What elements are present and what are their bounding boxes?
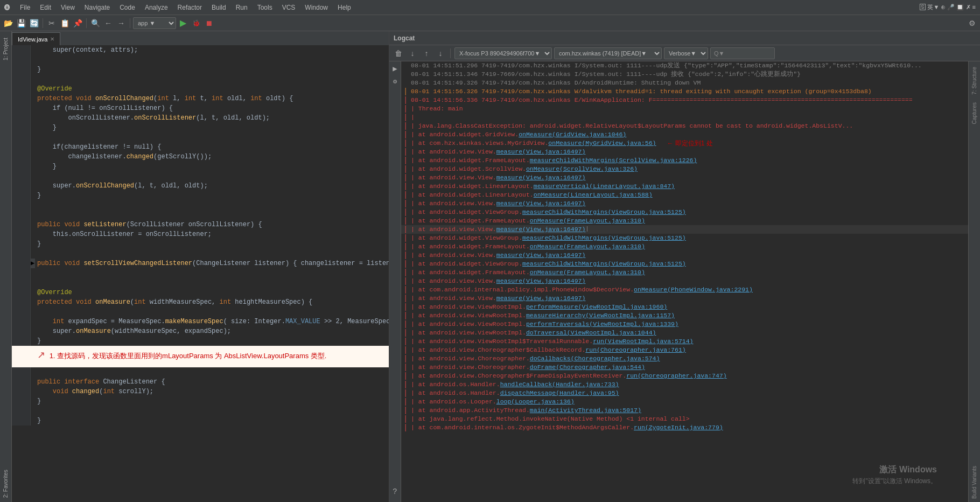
process-select[interactable]: com.hzx.winkas (7419) [DEAD]▼ [554,47,662,59]
log-text: 08-01 14:51:56.326 7419-7419/com.hzx.win… [411,87,872,96]
menu-navigate[interactable]: Navigate [80,2,114,13]
log-line: | | Thread: main [401,104,968,113]
log-link[interactable]: performTraversals(ViewRootImpl.java:1339… [526,320,678,329]
menu-code[interactable]: Code [115,2,139,13]
code-line [12,249,389,259]
log-link[interactable]: measure(View.java:16497) [496,294,586,303]
toolbar-forward-btn[interactable]: → [115,17,127,29]
log-link[interactable]: measureHierarchy(ViewRootImpl.java:1157) [526,311,675,320]
device-select[interactable]: X-focus P3 8904294906f700▼ [454,47,552,59]
log-line: | | at android.app.ActivityThread.main(A… [401,406,968,415]
toolbar-search-btn[interactable]: 🔍 [89,17,101,29]
menu-file[interactable]: File [16,2,34,13]
toolbar-copy-btn[interactable]: 📋 [59,17,71,29]
structure-tab[interactable]: 7: Structure [970,64,978,98]
run-btn[interactable]: ▶ [177,17,189,29]
menu-help[interactable]: Help [333,2,355,13]
menu-build[interactable]: Build [207,2,230,13]
log-link[interactable]: doFrame(Choreographer.java:544) [530,363,645,372]
log-link[interactable]: measureVertical(LinearLayout.java:847) [534,182,675,191]
menu-view[interactable]: View [57,2,79,13]
log-line: | | at android.view.ViewRootImpl$Travers… [401,337,968,346]
toolbar-save-btn[interactable]: 💾 [15,17,27,29]
log-link[interactable]: onMeasure(PhoneWindow.java:2291) [634,285,753,294]
log-link[interactable]: run(ViewRootImpl.java:5714) [593,337,693,346]
log-link[interactable]: measureChildWithMargins(ViewGroup.java:5… [522,260,686,268]
log-link[interactable]: onMeasure(ScrollView.java:326) [526,165,638,173]
log-text: | at android.view.ViewRootImpl. [411,320,526,329]
code-annotation-line: ↗ 1. 查找源码，发现该函数里面用到的mLayoutParams 为 AbsL… [12,346,389,367]
logcat-down-btn[interactable]: ↓ [435,47,446,59]
toolbar-paste-btn[interactable]: 📌 [72,17,83,29]
log-link[interactable]: dispatchMessage(Handler.java:95) [500,389,619,398]
log-link[interactable]: onMeasure(LinearLayout.java:588) [534,191,653,199]
log-link[interactable]: run(Choreographer.java:747) [626,372,726,380]
main-toolbar: 📂 💾 🔄 ✂ 📋 📌 🔍 ← → app ▼ ▶ 🐞 ⏹ ⚙ [0,15,980,31]
log-line: | | at android.widget.FrameLayout.onMeas… [401,217,968,225]
logcat-scroll-end-btn[interactable]: ↓ [407,47,418,59]
log-line: | | at android.widget.FrameLayout.onMeas… [401,268,968,277]
logcat-clear-btn[interactable]: 🗑 [393,47,404,59]
run-config-select[interactable]: app ▼ [133,17,176,29]
menu-analyze[interactable]: Analyze [141,2,172,13]
log-link[interactable]: measureChildWithMargins(ScrollView.java:… [530,156,697,165]
menu-run[interactable]: Run [232,2,252,13]
log-link[interactable]: doCallbacks(Choreographer.java:574) [530,354,660,363]
log-link[interactable]: main(ActivityThread.java:5017) [530,406,641,415]
menu-refactor[interactable]: Refactor [173,2,206,13]
log-text: 08-01 14:51:51.346 7419-7669/com.hzx.win… [411,70,801,79]
logcat-side-settings-icon[interactable]: ⚙ [391,76,398,87]
log-link[interactable]: loop(Looper.java:136) [496,398,575,406]
log-link[interactable]: measure(View.java:16497) [496,148,586,156]
log-line-mygridview: | | at com.hzx.winkas.views.MyGridView.o… [401,139,968,148]
log-link-mygridview[interactable]: onMeasure(MyGridView.java:56) [548,139,656,148]
log-link[interactable]: performMeasure(ViewRootImpl.java:1960) [526,303,667,311]
code-editor-content[interactable]: super(context, attrs); } [12,45,389,502]
toolbar-back-btn[interactable]: ← [102,17,114,29]
settings-btn[interactable]: ⚙ [966,17,978,29]
build-variants-tab[interactable]: Build Variants [970,463,978,502]
menu-edit[interactable]: Edit [36,2,55,13]
log-link[interactable]: run(Choreographer.java:761) [585,346,685,354]
logcat-search-input[interactable] [710,47,775,59]
logcat-side-help-icon[interactable]: ? [391,486,398,498]
log-link[interactable]: measure(View.java:16497) [496,199,586,208]
toolbar-sync-btn[interactable]: 🔄 [28,17,40,29]
log-link-gridview[interactable]: onMeasure(GridView.java:1046) [519,130,626,139]
log-link[interactable]: measure(View.java:16497) [496,251,586,260]
favorites-tab-icon[interactable]: 2: Favorites [2,465,10,502]
log-text: | Thread: main [411,104,463,113]
toolbar-cut-btn[interactable]: ✂ [46,17,58,29]
code-line: public void setListener(ScrollListener o… [12,220,389,229]
menu-tools[interactable]: Tools [253,2,277,13]
stop-btn[interactable]: ⏹ [203,17,215,29]
debug-btn[interactable]: 🐞 [190,17,202,29]
toolbar-open-btn[interactable]: 📂 [2,17,14,29]
log-link[interactable]: measureChildWithMargins(ViewGroup.java:5… [522,208,686,217]
menu-vcs[interactable]: VCS [278,2,300,13]
log-link[interactable]: onMeasure(FrameLayout.java:310) [530,217,645,225]
logcat-side-run-icon[interactable]: ▶ [391,62,398,75]
level-select[interactable]: Verbose▼ [664,47,708,59]
project-tab-icon[interactable]: 1: Project [2,33,10,65]
log-line: | | at android.widget.LinearLayout.onMea… [401,191,968,199]
captures-tab[interactable]: Captures [970,99,978,128]
log-link[interactable]: handleCallback(Handler.java:733) [500,380,619,389]
log-link[interactable]: onMeasure(FrameLayout.java:310) [530,242,645,251]
log-link[interactable]: measure(View.java:16497) [496,225,586,234]
menu-window[interactable]: Window [300,2,332,13]
log-line: | | at android.view.ViewRootImpl.measure… [401,311,968,320]
log-link[interactable]: onMeasure(FrameLayout.java:310) [530,268,645,277]
log-link[interactable]: measureChildWithMargins(ViewGroup.java:5… [522,234,686,242]
log-link[interactable]: measure(View.java:16497) [496,277,586,285]
logcat-content-area[interactable]: 08-01 14:51:51.296 7419-7419/com.hzx.win… [401,61,968,502]
log-link[interactable]: run(ZygoteInit.java:779) [634,423,723,432]
log-text: | at android.view.View. [411,277,496,285]
log-link[interactable]: doTraversal(ViewRootImpl.java:1044) [526,329,656,337]
logcat-up-btn[interactable]: ↑ [421,47,432,59]
log-line: | | at com.android.internal.policy.impl.… [401,285,968,294]
editor-tab-idview[interactable]: IdView.java ✕ [12,32,60,45]
log-text: | at android.view.ViewRootImpl$Traversal… [411,337,593,346]
tab-close-icon[interactable]: ✕ [50,36,54,42]
log-link[interactable]: measure(View.java:16497) [496,173,586,182]
